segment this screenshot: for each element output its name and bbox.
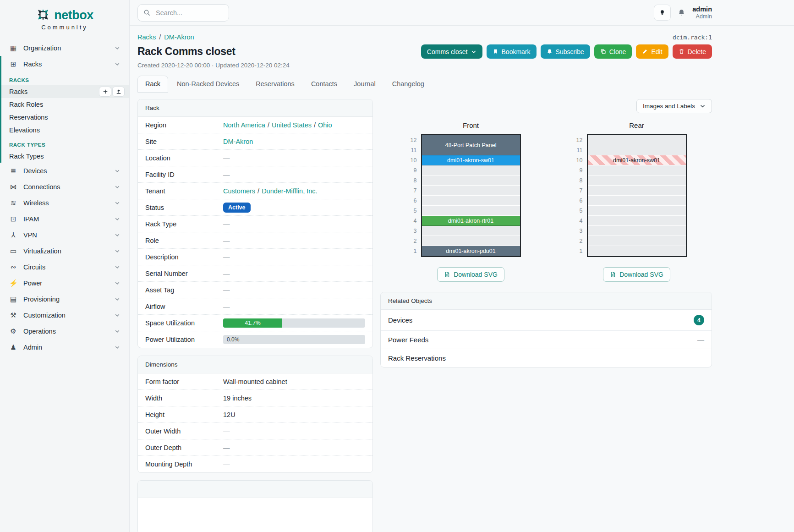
empty-value: —	[697, 354, 704, 362]
racks-expanded-section: ⊞RacksRACKSRacksRack RolesReservationsEl…	[0, 56, 129, 163]
button-label: Clone	[609, 48, 626, 55]
rack-slot-empty[interactable]	[422, 176, 520, 186]
attribute-value: —	[223, 154, 365, 162]
rack-slot-empty[interactable]	[422, 196, 520, 206]
sidebar-group-provisioning[interactable]: ▤Provisioning	[0, 291, 129, 307]
virtualization-icon: ▭	[9, 247, 17, 255]
rack-slot-empty[interactable]	[588, 145, 686, 155]
rack-slot-empty[interactable]	[588, 246, 686, 256]
tab-reservations[interactable]: Reservations	[248, 76, 302, 93]
value-link[interactable]: Ohio	[318, 121, 332, 129]
related-row-devices[interactable]: Devices4	[381, 310, 712, 331]
rack-slot-empty[interactable]	[588, 216, 686, 226]
tab-contacts[interactable]: Contacts	[303, 76, 345, 93]
comms-closet-button[interactable]: Comms closet	[421, 44, 482, 59]
rack-device-dmi01-akron-rtr01[interactable]: dmi01-akron-rtr01	[422, 216, 520, 226]
sidebar-item-elevations[interactable]: Elevations	[1, 124, 129, 137]
rack-slot-empty[interactable]	[588, 206, 686, 216]
import-button[interactable]	[112, 87, 125, 97]
rack-slot-empty[interactable]	[588, 186, 686, 196]
rack-slot-empty[interactable]	[588, 165, 686, 176]
rack-device-dmi01-akron-pdu01[interactable]: dmi01-akron-pdu01	[422, 246, 520, 256]
app-root: netbox Community ▦Organization⊞RacksRACK…	[0, 0, 794, 532]
tab-non-racked-devices[interactable]: Non-Racked Devices	[169, 76, 247, 93]
attribute-row-region: RegionNorth America/United States/Ohio	[138, 117, 372, 133]
breadcrumb-separator: /	[159, 33, 161, 41]
tab-changelog[interactable]: Changelog	[384, 76, 432, 93]
rack-slot-empty[interactable]	[422, 236, 520, 246]
sidebar-group-power[interactable]: ⚡Power	[0, 275, 129, 291]
sidebar-group-ipam[interactable]: ⊡IPAM	[0, 211, 129, 227]
rack-device-dmi01-akron-sw01[interactable]: dmi01-akron-sw01	[588, 155, 686, 165]
breadcrumb-link[interactable]: Racks	[137, 33, 156, 41]
sidebar-group-racks[interactable]: ⊞Racks	[1, 56, 129, 72]
sidebar-group-devices[interactable]: ≣Devices	[0, 163, 129, 179]
sidebar-group-circuits[interactable]: ∾Circuits	[0, 259, 129, 275]
search-input[interactable]	[155, 9, 219, 17]
sidebar-item-label: Reservations	[9, 114, 48, 121]
vpn-icon: ⅄	[9, 231, 17, 239]
sidebar-group-label: Racks	[23, 60, 42, 68]
attribute-label: Facility ID	[145, 171, 223, 178]
sidebar-item-reservations[interactable]: Reservations	[1, 111, 129, 124]
sidebar-group-connections[interactable]: ⋈Connections	[0, 179, 129, 195]
rack-slot-empty[interactable]	[588, 176, 686, 186]
object-reference: dcim.rack:1	[673, 34, 712, 41]
rear-download-svg-button[interactable]: Download SVG	[603, 267, 670, 282]
value-link[interactable]: Customers	[223, 187, 255, 195]
rack-slot-empty[interactable]	[588, 236, 686, 246]
tab-rack[interactable]: Rack	[137, 76, 168, 93]
sidebar-group-wireless[interactable]: ≋Wireless	[0, 195, 129, 211]
chevron-down-icon	[700, 103, 706, 109]
rack-slot-empty[interactable]	[588, 135, 686, 145]
attribute-label: Power Utilization	[145, 336, 223, 343]
related-objects-title: Related Objects	[381, 292, 712, 310]
sidebar-item-rack-types[interactable]: Rack Types	[1, 150, 129, 163]
breadcrumb-link[interactable]: DM-Akron	[164, 33, 194, 41]
elevation-view-select[interactable]: Images and Labels	[636, 99, 712, 113]
bookmark-button[interactable]: Bookmark	[487, 44, 537, 59]
rack-slot-empty[interactable]	[422, 206, 520, 216]
value-link[interactable]: North America	[223, 121, 265, 129]
sidebar-group-customization[interactable]: ⚒Customization	[0, 307, 129, 323]
related-row-power-feeds[interactable]: Power Feeds—	[381, 331, 712, 349]
brand-subtitle: Community	[0, 24, 129, 31]
add-button[interactable]	[99, 87, 111, 97]
wireless-icon: ≋	[9, 199, 17, 207]
unit-number: 9	[572, 165, 583, 176]
related-row-rack-reservations[interactable]: Rack Reservations—	[381, 349, 712, 367]
attribute-row-form-factor: Form factorWall-mounted cabinet	[138, 373, 372, 390]
value-link[interactable]: United States	[272, 121, 312, 129]
value-link[interactable]: DM-Akron	[223, 138, 253, 145]
delete-button[interactable]: Delete	[673, 44, 712, 59]
attribute-label: Site	[145, 138, 223, 145]
notifications-button[interactable]	[678, 9, 685, 16]
clone-button[interactable]: Clone	[594, 44, 632, 59]
sidebar-group-virtualization[interactable]: ▭Virtualization	[0, 243, 129, 259]
rack-slot-empty[interactable]	[422, 226, 520, 236]
sidebar-group-organization[interactable]: ▦Organization	[0, 40, 129, 56]
sidebar-group-vpn[interactable]: ⅄VPN	[0, 227, 129, 243]
rack-device-dmi01-akron-sw01[interactable]: dmi01-akron-sw01	[422, 155, 520, 165]
sidebar-item-rack-roles[interactable]: Rack Roles	[1, 98, 129, 111]
sidebar-group-operations[interactable]: ⚙Operations	[0, 323, 129, 339]
rack-slot-empty[interactable]	[422, 186, 520, 196]
sidebar-group-admin[interactable]: ♟Admin	[0, 339, 129, 355]
rack-slot-empty[interactable]	[588, 196, 686, 206]
value-link[interactable]: Dunder-Mifflin, Inc.	[262, 187, 317, 195]
sidebar-item-racks[interactable]: Racks	[1, 85, 129, 98]
front-download-svg-button[interactable]: Download SVG	[437, 267, 504, 282]
user-menu[interactable]: admin Admin	[692, 5, 712, 21]
netbox-logo[interactable]: netbox Community	[0, 0, 129, 33]
rack-device-48-port-patch-panel[interactable]: 48-Port Patch Panel	[422, 135, 520, 155]
edit-button[interactable]: Edit	[636, 44, 668, 59]
chevron-down-icon	[115, 61, 120, 67]
rack-slot-empty[interactable]	[588, 226, 686, 236]
attribute-label: Mounting Depth	[145, 461, 223, 468]
related-label: Devices	[388, 316, 412, 324]
unit-number: 2	[406, 236, 417, 246]
rack-slot-empty[interactable]	[422, 165, 520, 176]
subscribe-button[interactable]: Subscribe	[541, 44, 590, 59]
theme-toggle-button[interactable]	[654, 5, 671, 21]
tab-journal[interactable]: Journal	[346, 76, 383, 93]
